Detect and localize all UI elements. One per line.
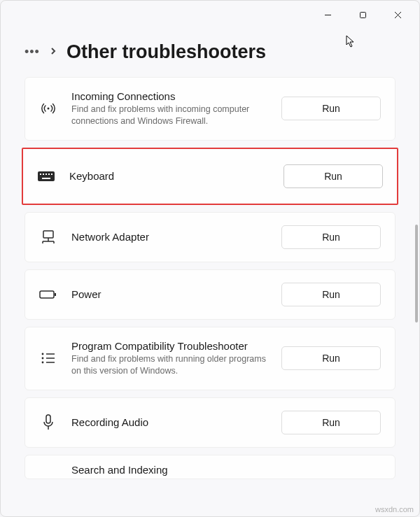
item-text: Program Compatibility Troubleshooter Fin…	[71, 340, 269, 377]
svg-rect-25	[46, 415, 50, 423]
item-title: Network Adapter	[71, 231, 269, 243]
item-text: Network Adapter	[71, 231, 269, 243]
list-icon	[38, 351, 59, 365]
chevron-right-icon	[50, 46, 57, 59]
item-title: Recording Audio	[71, 416, 269, 428]
watermark: wsxdn.com	[375, 505, 414, 514]
item-title: Search and Indexing	[71, 464, 381, 476]
svg-rect-10	[51, 173, 52, 175]
troubleshooter-keyboard: Keyboard Run	[22, 148, 398, 205]
run-button[interactable]: Run	[284, 164, 383, 188]
troubleshooter-recording-audio: Recording Audio Run	[24, 397, 396, 448]
close-button[interactable]	[382, 3, 414, 26]
network-adapter-icon	[38, 229, 59, 246]
scrollbar[interactable]	[415, 225, 418, 323]
troubleshooter-program-compatibility: Program Compatibility Troubleshooter Fin…	[24, 327, 396, 390]
battery-icon	[38, 289, 59, 300]
titlebar	[1, 1, 419, 29]
run-button[interactable]: Run	[281, 411, 381, 434]
svg-rect-11	[42, 178, 50, 179]
header: ••• Other troubleshooters	[1, 29, 419, 77]
item-text: Keyboard	[69, 170, 271, 182]
svg-rect-1	[360, 12, 365, 17]
more-icon[interactable]: •••	[24, 45, 40, 59]
svg-rect-5	[38, 171, 55, 181]
settings-window: ••• Other troubleshooters Incoming Conne…	[0, 0, 420, 517]
run-button[interactable]: Run	[281, 97, 381, 120]
item-desc: Find and fix problems with incoming comp…	[71, 104, 269, 127]
microphone-icon	[38, 413, 59, 432]
minimize-button[interactable]	[312, 3, 344, 26]
run-button[interactable]: Run	[281, 346, 381, 370]
item-text: Recording Audio	[71, 416, 269, 428]
svg-rect-12	[43, 231, 53, 238]
svg-rect-17	[40, 291, 54, 298]
svg-point-23	[42, 362, 44, 364]
item-title: Power	[71, 288, 269, 300]
item-desc: Find and fix problems with running older…	[71, 353, 269, 377]
antenna-icon	[38, 100, 59, 117]
svg-rect-18	[55, 293, 56, 296]
maximize-button[interactable]	[346, 3, 379, 26]
svg-point-19	[42, 353, 44, 355]
item-title: Incoming Connections	[71, 90, 269, 102]
item-text: Search and Indexing	[71, 464, 381, 476]
svg-rect-6	[40, 173, 41, 175]
keyboard-icon	[36, 169, 57, 183]
run-button[interactable]: Run	[281, 283, 381, 306]
svg-point-21	[42, 357, 44, 360]
troubleshooter-power: Power Run	[24, 269, 396, 320]
content-area: Incoming Connections Find and fix proble…	[1, 77, 419, 509]
troubleshooter-search-indexing: Search and Indexing	[24, 455, 396, 479]
troubleshooter-incoming-connections: Incoming Connections Find and fix proble…	[24, 77, 396, 141]
item-title: Program Compatibility Troubleshooter	[71, 340, 269, 352]
item-text: Incoming Connections Find and fix proble…	[71, 90, 269, 127]
run-button[interactable]: Run	[281, 225, 381, 249]
svg-rect-8	[46, 173, 47, 175]
troubleshooter-network-adapter: Network Adapter Run	[24, 212, 396, 262]
svg-rect-7	[43, 173, 44, 175]
item-title: Keyboard	[69, 170, 271, 182]
svg-rect-9	[48, 173, 50, 175]
page-title: Other troubleshooters	[66, 41, 266, 63]
item-text: Power	[71, 288, 269, 300]
svg-point-4	[48, 108, 50, 110]
